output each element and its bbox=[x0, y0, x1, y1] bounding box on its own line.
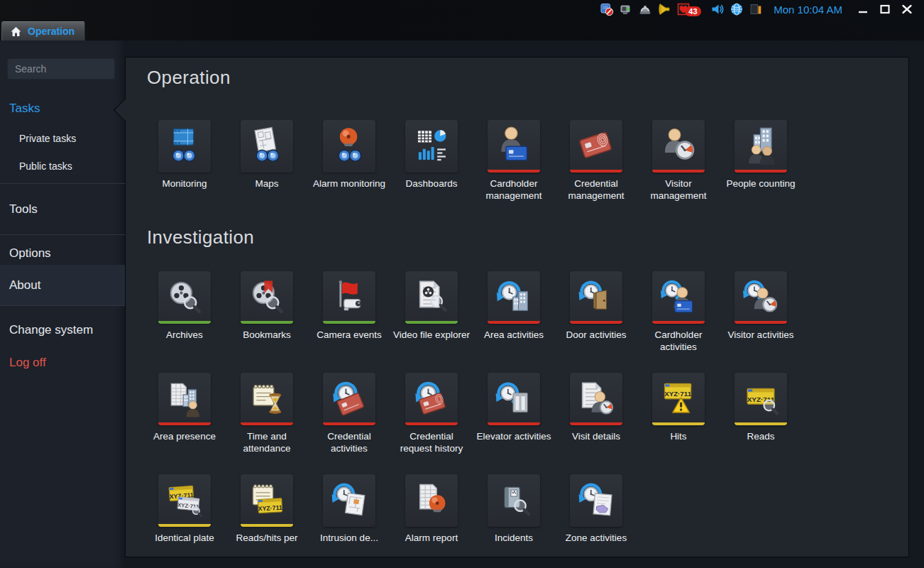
tile-surface bbox=[570, 120, 622, 173]
door-activities-icon bbox=[576, 277, 617, 318]
tile-category-underline bbox=[570, 170, 622, 173]
task-tile-people-counting[interactable]: People counting bbox=[720, 120, 802, 202]
tile-surface bbox=[570, 474, 622, 527]
close-button[interactable] bbox=[898, 3, 916, 16]
tile-category-underline bbox=[323, 321, 375, 324]
task-tile-maps[interactable]: Maps bbox=[226, 120, 308, 202]
task-tile-area-activities[interactable]: Area activities bbox=[473, 271, 555, 353]
tile-row: XYZ·711XYZ·711Identical plateXYZ·711Read… bbox=[143, 474, 637, 544]
tile-surface bbox=[405, 120, 458, 173]
people-counting-icon bbox=[740, 126, 781, 167]
minimize-button[interactable] bbox=[854, 3, 872, 16]
tile-label: Visitor management bbox=[640, 178, 717, 202]
horn-icon[interactable] bbox=[657, 2, 671, 16]
network-globe-icon[interactable] bbox=[730, 2, 744, 16]
home-icon bbox=[10, 26, 22, 38]
camera-monitor-icon[interactable] bbox=[619, 2, 633, 16]
archives-icon bbox=[164, 277, 205, 318]
tile-category-underline bbox=[158, 524, 211, 527]
tile-category-underline bbox=[570, 422, 622, 425]
tile-label: Credential management bbox=[558, 178, 634, 202]
task-tile-archives[interactable]: Archives bbox=[143, 271, 226, 353]
dashboards-icon bbox=[411, 126, 452, 167]
task-tile-elevator-activities[interactable]: Elevator activities bbox=[473, 373, 555, 454]
task-tile-reads[interactable]: XYZ·711Reads bbox=[720, 373, 802, 454]
monitoring-icon bbox=[164, 126, 205, 167]
task-tile-time-and-attendance[interactable]: Time and attendance bbox=[226, 373, 308, 454]
task-tile-cardholder-management[interactable]: Cardholder management bbox=[473, 120, 555, 202]
task-tile-visitor-activities[interactable]: Visitor activities bbox=[720, 271, 802, 353]
task-tile-door-activities[interactable]: Door activities bbox=[555, 271, 637, 353]
task-tile-camera-events[interactable]: Camera events bbox=[308, 271, 390, 353]
search-input[interactable] bbox=[7, 58, 115, 80]
tile-label: Reads/hits per bbox=[236, 532, 297, 544]
task-tile-dashboards[interactable]: Dashboards bbox=[390, 120, 473, 202]
intrusion-detection-icon bbox=[329, 480, 370, 521]
tile-label: Intrusion de... bbox=[320, 532, 378, 544]
tile-surface bbox=[488, 120, 540, 173]
health-heart-icon[interactable]: 43 bbox=[676, 2, 691, 16]
tile-row: Area presenceTime and attendanceCredenti… bbox=[143, 373, 802, 454]
dock-layout-icon[interactable] bbox=[749, 2, 763, 16]
tile-category-underline bbox=[488, 170, 540, 173]
task-tile-incidents[interactable]: Incidents bbox=[473, 474, 555, 544]
system-tray-area: 43 Mon 10:04 AM bbox=[600, 1, 924, 18]
task-tile-reads-hits-per[interactable]: XYZ·711Reads/hits per bbox=[226, 474, 308, 544]
tile-label: Archives bbox=[166, 329, 203, 341]
siren-icon[interactable] bbox=[638, 2, 652, 16]
sidebar-item-change-system[interactable]: Change system bbox=[9, 323, 93, 337]
task-tile-credential-management[interactable]: Credential management bbox=[555, 120, 637, 202]
sidebar-item-tools[interactable]: Tools bbox=[9, 202, 38, 217]
alarm-monitoring-icon bbox=[329, 126, 370, 167]
sidebar-item-options[interactable]: Options bbox=[9, 246, 51, 261]
task-tile-cardholder-activities[interactable]: Cardholder activities bbox=[637, 271, 720, 353]
tile-category-underline bbox=[241, 422, 293, 425]
tile-surface: XYZ·711 bbox=[652, 373, 705, 425]
video-file-explorer-icon bbox=[411, 277, 452, 318]
tile-surface bbox=[405, 271, 458, 324]
elevator-activities-icon bbox=[493, 378, 534, 420]
tile-category-underline bbox=[735, 422, 787, 425]
task-tile-credential-activities[interactable]: Credential activities bbox=[308, 373, 390, 454]
cardholder-activities-icon bbox=[658, 277, 699, 318]
sidebar-item-public-tasks[interactable]: Public tasks bbox=[19, 160, 72, 172]
tile-category-underline bbox=[241, 321, 293, 324]
task-home-panel: OperationMonitoringMapsAlarm monitoringD… bbox=[125, 57, 909, 557]
tile-label: Time and attendance bbox=[229, 430, 305, 454]
task-tile-intrusion-detection[interactable]: Intrusion de... bbox=[308, 474, 390, 544]
maximize-button[interactable] bbox=[876, 3, 894, 16]
divider bbox=[0, 183, 125, 184]
tile-label: Bookmarks bbox=[243, 329, 291, 341]
task-tile-hits[interactable]: XYZ·711Hits bbox=[637, 373, 720, 454]
bookmarks-icon bbox=[246, 277, 287, 318]
maps-icon bbox=[246, 126, 287, 167]
sidebar-item-log-off[interactable]: Log off bbox=[9, 356, 46, 370]
task-tile-monitoring[interactable]: Monitoring bbox=[143, 120, 226, 202]
camera-events-icon bbox=[329, 277, 370, 318]
volume-icon[interactable] bbox=[710, 2, 725, 16]
task-tile-alarm-report[interactable]: Alarm report bbox=[390, 474, 473, 544]
tile-surface bbox=[158, 373, 211, 425]
task-tile-alarm-monitoring[interactable]: Alarm monitoring bbox=[308, 120, 390, 202]
tab-operation[interactable]: Operation bbox=[1, 21, 85, 40]
task-tile-visit-details[interactable]: Visit details bbox=[555, 373, 637, 454]
sidebar-item-about[interactable]: About bbox=[9, 278, 40, 293]
task-tile-identical-plate[interactable]: XYZ·711XYZ·711Identical plate bbox=[143, 474, 226, 544]
sidebar-item-tasks[interactable]: Tasks bbox=[9, 102, 40, 116]
tile-surface bbox=[488, 474, 540, 527]
task-tile-bookmarks[interactable]: Bookmarks bbox=[226, 271, 308, 353]
task-tile-visitor-management[interactable]: Visitor management bbox=[637, 120, 720, 202]
tile-category-underline bbox=[735, 321, 787, 324]
tile-label: Alarm monitoring bbox=[313, 178, 385, 190]
task-tile-credential-request-history[interactable]: Credential request history bbox=[390, 373, 473, 454]
tile-category-underline bbox=[652, 170, 705, 173]
task-tile-video-file-explorer[interactable]: Video file explorer bbox=[390, 271, 473, 353]
tile-surface: XYZ·711XYZ·711 bbox=[158, 474, 211, 527]
tile-surface bbox=[735, 271, 787, 324]
section-title: Investigation bbox=[147, 226, 254, 248]
hits-icon: XYZ·711 bbox=[658, 378, 699, 420]
workstation-blocked-icon[interactable] bbox=[600, 2, 614, 16]
task-tile-area-presence[interactable]: Area presence bbox=[143, 373, 226, 454]
task-tile-zone-activities[interactable]: Zone activities bbox=[555, 474, 637, 544]
sidebar-item-private-tasks[interactable]: Private tasks bbox=[19, 133, 76, 144]
